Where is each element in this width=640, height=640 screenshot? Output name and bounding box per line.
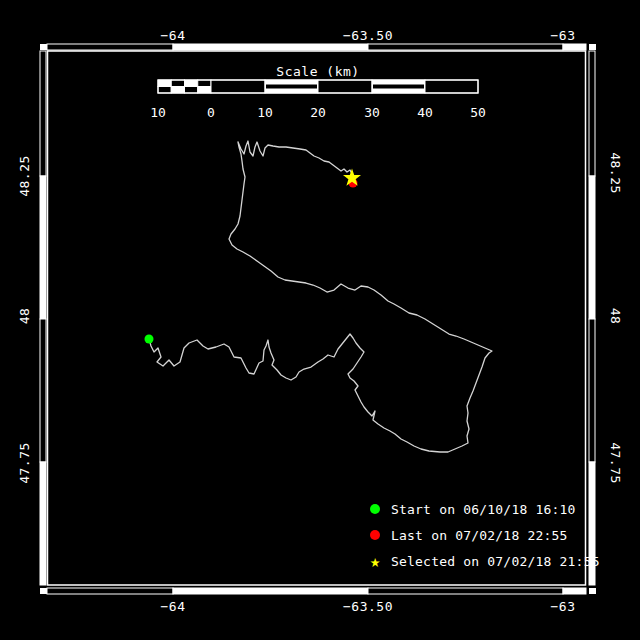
border-band-bottom: [47, 588, 173, 594]
selected-star-icon: ★: [366, 556, 384, 566]
legend-label-selected: Selected on 07/02/18 21:55: [391, 554, 600, 569]
scalebar-tick-0: 0: [207, 105, 215, 120]
scalebar-checker-cell: [198, 87, 211, 94]
axis-label-top-lon-63: −63: [551, 28, 576, 43]
start-marker[interactable]: [145, 335, 154, 344]
border-band-right: [589, 176, 595, 319]
legend-item-selected: ★ Selected on 07/02/18 21:55: [366, 548, 600, 574]
border-band-right: [589, 51, 595, 176]
border-band-bottom: [563, 588, 586, 594]
axis-label-top-lon-63-50: −63.50: [343, 28, 393, 43]
legend-item-start: Start on 06/10/18 16:10: [366, 496, 600, 522]
axis-label-bottom-lon-63-50: −63.50: [343, 599, 393, 614]
axis-label-top-lon-64: −64: [161, 28, 186, 43]
map-canvas: −64 −63.50 −63 −64 −63.50 −63 48.25 48 4…: [0, 0, 640, 640]
scalebar-checker-cell: [198, 80, 211, 87]
axis-label-bottom-lon-63: −63: [551, 599, 576, 614]
scalebar-segment-stripe: [266, 85, 317, 89]
axis-label-left-lat-48: 48: [17, 308, 32, 325]
scalebar-segment: [211, 80, 265, 93]
axis-label-right-lat-47-75: 47.75: [608, 442, 623, 484]
scalebar-checker-cell: [185, 87, 198, 94]
scalebar-tick-30: 30: [364, 105, 380, 120]
start-dot-icon: [366, 504, 384, 514]
scalebar-checker-cell: [158, 87, 171, 94]
track-path[interactable]: [149, 141, 492, 452]
legend: Start on 06/10/18 16:10 Last on 07/02/18…: [366, 496, 600, 574]
border-band-top: [173, 44, 368, 50]
border-band-top: [563, 44, 586, 50]
scalebar-checker-cell: [171, 80, 184, 87]
axis-label-right-lat-48: 48: [608, 308, 623, 325]
legend-item-last: Last on 07/02/18 22:55: [366, 522, 600, 548]
axis-label-bottom-lon-64: −64: [161, 599, 186, 614]
scalebar-tick-40: 40: [417, 105, 433, 120]
scalebar-title: Scale (km): [276, 64, 359, 79]
axis-label-left-lat-48-25: 48.25: [17, 155, 32, 197]
scalebar-segment: [425, 80, 478, 93]
scalebar-tick-50: 50: [470, 105, 486, 120]
scalebar-checker-cell: [171, 87, 184, 94]
last-dot-icon: [366, 530, 384, 540]
border-band-top: [47, 44, 173, 50]
scalebar-checker-cell: [185, 80, 198, 87]
legend-label-start: Start on 06/10/18 16:10: [391, 502, 576, 517]
border-band-left: [40, 51, 46, 176]
border-band-left: [40, 462, 46, 585]
border-band-left: [40, 319, 46, 462]
scalebar-tick-10: 10: [257, 105, 273, 120]
border-band-bottom: [173, 588, 368, 594]
border-corner: [40, 588, 47, 594]
border-corner: [40, 44, 47, 50]
legend-label-last: Last on 07/02/18 22:55: [391, 528, 568, 543]
axis-label-left-lat-47-75: 47.75: [17, 442, 32, 484]
border-band-left: [40, 176, 46, 319]
border-corner: [589, 44, 596, 50]
border-band-right: [589, 319, 595, 462]
scalebar-segment: [318, 80, 372, 93]
border-band-top: [368, 44, 563, 50]
scalebar-checker-cell: [158, 80, 171, 87]
border-band-bottom: [368, 588, 563, 594]
scalebar-tick-20: 20: [310, 105, 326, 120]
border-corner: [589, 588, 596, 594]
scalebar-segment-stripe: [373, 85, 424, 89]
axis-label-right-lat-48-25: 48.25: [608, 152, 623, 194]
scalebar-tick-10l: 10: [150, 105, 166, 120]
